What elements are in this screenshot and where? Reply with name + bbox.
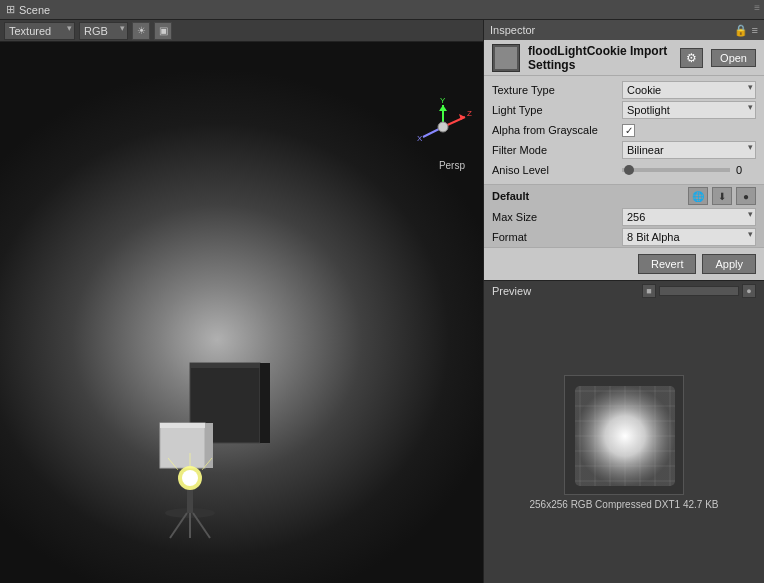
scene-viewport: Z Y X Persp [0, 42, 483, 583]
default-icons: 🌐 ⬇ ● [688, 187, 756, 205]
scene-objects [130, 343, 330, 543]
preview-slider[interactable] [659, 286, 739, 296]
max-size-dropdown[interactable]: 256 128 512 1024 [622, 208, 756, 226]
title-bar: ⊞ Scene [0, 0, 764, 20]
lock-icon[interactable]: 🔒 [734, 24, 748, 37]
preview-section: Preview ■ ● [484, 280, 764, 583]
color-dropdown[interactable]: RGB Alpha [79, 22, 128, 40]
texture-type-row: Texture Type Cookie Texture Normal Map [484, 80, 764, 100]
preview-image [564, 375, 684, 495]
svg-text:Y: Y [440, 97, 446, 105]
inspector-header: floodLightCookie Import Settings ⚙ Open [484, 40, 764, 76]
preview-controls: ■ ● [642, 284, 756, 298]
mode-dropdown[interactable]: Textured Wireframe Shaded [4, 22, 75, 40]
aniso-slider[interactable] [622, 168, 730, 172]
texture-type-label: Texture Type [492, 84, 622, 96]
svg-rect-40 [575, 386, 675, 486]
inspector-title-bar: Inspector 🔒 ≡ [484, 20, 764, 40]
filter-mode-value: Bilinear Point Trilinear [622, 141, 756, 159]
revert-button[interactable]: Revert [638, 254, 696, 274]
preview-ctrl-2[interactable]: ● [742, 284, 756, 298]
mode-dropdown-wrap: Textured Wireframe Shaded [4, 22, 75, 40]
image-icon[interactable]: ▣ [154, 22, 172, 40]
svg-rect-12 [160, 423, 205, 468]
apply-button[interactable]: Apply [702, 254, 756, 274]
default-header: Default 🌐 ⬇ ● [484, 185, 764, 207]
texture-type-value: Cookie Texture Normal Map [622, 81, 756, 99]
persp-label: Persp [439, 160, 465, 171]
asset-icon [492, 44, 520, 72]
aniso-level-label: Aniso Level [492, 164, 622, 176]
light-type-dropdown[interactable]: Spotlight Point Directional [622, 101, 756, 119]
max-size-row: Max Size 256 128 512 1024 [484, 207, 764, 227]
inspector-panel: Inspector 🔒 ≡ floodLightCookie Import Se… [484, 20, 764, 583]
scene-toolbar: Textured Wireframe Shaded RGB Alpha ☀ ▣ … [0, 20, 483, 42]
max-size-label: Max Size [492, 211, 622, 223]
preview-ctrl-1[interactable]: ■ [642, 284, 656, 298]
inspector-title: Inspector [490, 24, 535, 36]
asset-title: floodLightCookie Import Settings [528, 44, 672, 72]
web-icon[interactable]: 🌐 [688, 187, 708, 205]
scene-title: Scene [19, 4, 50, 16]
filter-mode-label: Filter Mode [492, 144, 622, 156]
inspector-fields: Texture Type Cookie Texture Normal Map L… [484, 76, 764, 184]
sun-icon[interactable]: ☀ [132, 22, 150, 40]
aniso-thumb [624, 165, 634, 175]
scene-gizmo[interactable]: Z Y X [413, 97, 473, 157]
light-type-value: Spotlight Point Directional [622, 101, 756, 119]
svg-marker-3 [439, 105, 447, 111]
default-section: Default 🌐 ⬇ ● Max Size 256 128 512 [484, 184, 764, 248]
svg-point-18 [182, 470, 198, 486]
alpha-grayscale-label: Alpha from Grayscale [492, 124, 622, 136]
alpha-grayscale-checkbox[interactable]: ✓ [622, 124, 635, 137]
format-value: 8 Bit Alpha Compressed RGB 24 bit [622, 228, 756, 246]
gizmo-svg: Z Y X [413, 97, 473, 157]
preview-title: Preview [492, 285, 531, 297]
download-icon[interactable]: ⬇ [712, 187, 732, 205]
scene-panel: Textured Wireframe Shaded RGB Alpha ☀ ▣ … [0, 20, 484, 583]
svg-text:X: X [417, 134, 423, 143]
main-layout: Textured Wireframe Shaded RGB Alpha ☀ ▣ … [0, 20, 764, 583]
format-dropdown[interactable]: 8 Bit Alpha Compressed RGB 24 bit [622, 228, 756, 246]
checkbox-check-mark: ✓ [625, 125, 633, 136]
max-size-dropdown-wrap: 256 128 512 1024 [622, 208, 756, 226]
default-label: Default [492, 190, 688, 202]
aniso-level-row: Aniso Level 0 [484, 160, 764, 180]
svg-rect-11 [260, 363, 270, 443]
aniso-value: 0 [736, 164, 756, 176]
light-type-dropdown-wrap: Spotlight Point Directional [622, 101, 756, 119]
texture-type-dropdown-wrap: Cookie Texture Normal Map [622, 81, 756, 99]
filter-mode-dropdown-wrap: Bilinear Point Trilinear [622, 141, 756, 159]
inspector-icons: 🔒 ≡ [734, 24, 758, 37]
filter-mode-row: Filter Mode Bilinear Point Trilinear [484, 140, 764, 160]
asset-icon-inner [495, 47, 517, 69]
circle-icon[interactable]: ● [736, 187, 756, 205]
format-label: Format [492, 231, 622, 243]
inspector-menu-icon[interactable]: ≡ [752, 24, 758, 37]
preview-info: 256x256 RGB Compressed DXT1 42.7 KB [530, 499, 719, 510]
filter-mode-dropdown[interactable]: Bilinear Point Trilinear [622, 141, 756, 159]
preview-title-bar: Preview ■ ● [484, 281, 764, 301]
alpha-grayscale-row: Alpha from Grayscale ✓ [484, 120, 764, 140]
color-dropdown-wrap: RGB Alpha [79, 22, 128, 40]
light-type-label: Light Type [492, 104, 622, 116]
open-button[interactable]: Open [711, 49, 756, 67]
format-row: Format 8 Bit Alpha Compressed RGB 24 bit [484, 227, 764, 247]
svg-rect-10 [190, 363, 260, 368]
svg-rect-13 [160, 423, 205, 428]
preview-content: 256x256 RGB Compressed DXT1 42.7 KB [484, 301, 764, 583]
alpha-grayscale-value: ✓ [622, 124, 756, 137]
scene-icon: ⊞ [6, 3, 15, 16]
gear-button[interactable]: ⚙ [680, 48, 703, 68]
light-type-row: Light Type Spotlight Point Directional [484, 100, 764, 120]
max-size-value: 256 128 512 1024 [622, 208, 756, 226]
svg-text:Z: Z [467, 109, 472, 118]
texture-type-dropdown[interactable]: Cookie Texture Normal Map [622, 81, 756, 99]
action-buttons: Revert Apply [484, 248, 764, 280]
preview-svg [565, 376, 684, 495]
format-dropdown-wrap: 8 Bit Alpha Compressed RGB 24 bit [622, 228, 756, 246]
svg-point-5 [438, 122, 448, 132]
